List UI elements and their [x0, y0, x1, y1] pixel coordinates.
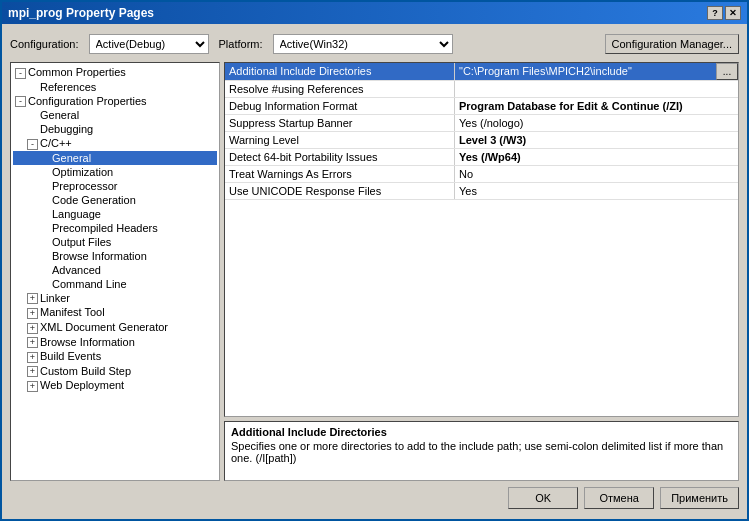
config-label: Configuration: [10, 38, 79, 50]
tree-item-advanced-cpp[interactable]: Advanced [13, 263, 217, 277]
platform-label: Platform: [219, 38, 263, 50]
tree-item-debugging[interactable]: Debugging [13, 122, 217, 136]
title-bar-buttons: ? ✕ [707, 6, 741, 20]
expand-icon[interactable]: + [27, 366, 38, 377]
apply-button[interactable]: Применить [660, 487, 739, 509]
prop-name-add-include-dirs: Additional Include Directories [225, 63, 455, 80]
tree-item-build-events[interactable]: +Build Events [13, 349, 217, 364]
tree-item-optimization[interactable]: Optimization [13, 165, 217, 179]
tree-item-cpp-general[interactable]: General [13, 151, 217, 165]
bottom-buttons: OK Отмена Применить [10, 487, 739, 511]
tree-item-label: Browse Information [52, 250, 147, 262]
tree-item-label: References [40, 81, 96, 93]
prop-row-suppress-banner[interactable]: Suppress Startup BannerYes (/nologo) [225, 115, 738, 132]
tree-item-label: Debugging [40, 123, 93, 135]
prop-name-warning-level: Warning Level [225, 132, 455, 148]
description-text: Specifies one or more directories to add… [231, 440, 732, 464]
tree-item-general[interactable]: General [13, 108, 217, 122]
prop-row-resolve-using[interactable]: Resolve #using References [225, 81, 738, 98]
expand-icon[interactable]: - [15, 96, 26, 107]
tree-item-label: Command Line [52, 278, 127, 290]
prop-value-warning-level: Level 3 (/W3) [455, 132, 738, 148]
tree-item-label: Browse Information [40, 336, 135, 348]
config-dropdown[interactable]: Active(Debug) [89, 34, 209, 54]
tree-item-label: Optimization [52, 166, 113, 178]
browse-button-add-include-dirs[interactable]: ... [716, 63, 738, 80]
tree-item-browse-info[interactable]: +Browse Information [13, 335, 217, 350]
tree-item-manifest-tool[interactable]: +Manifest Tool [13, 305, 217, 320]
prop-name-treat-warnings: Treat Warnings As Errors [225, 166, 455, 182]
properties-grid: Additional Include Directories"C:\Progra… [224, 62, 739, 417]
expand-icon[interactable]: + [27, 337, 38, 348]
tree-item-label: Preprocessor [52, 180, 117, 192]
expand-icon[interactable]: - [15, 68, 26, 79]
config-manager-button[interactable]: Configuration Manager... [605, 34, 739, 54]
tree-item-label: Linker [40, 292, 70, 304]
prop-name-resolve-using: Resolve #using References [225, 81, 455, 97]
prop-row-add-include-dirs[interactable]: Additional Include Directories"C:\Progra… [225, 63, 738, 81]
tree-item-language[interactable]: Language [13, 207, 217, 221]
description-panel: Additional Include Directories Specifies… [224, 421, 739, 481]
tree-item-label: Precompiled Headers [52, 222, 158, 234]
prop-value-resolve-using [455, 81, 738, 97]
tree-item-label: C/C++ [40, 137, 72, 149]
expand-icon[interactable]: + [27, 381, 38, 392]
content-area: Configuration: Active(Debug) Platform: A… [2, 24, 747, 519]
top-bar: Configuration: Active(Debug) Platform: A… [10, 32, 739, 56]
tree-item-output-files[interactable]: Output Files [13, 235, 217, 249]
prop-row-debug-info-format[interactable]: Debug Information FormatProgram Database… [225, 98, 738, 115]
tree-item-code-generation[interactable]: Code Generation [13, 193, 217, 207]
main-panel: -Common PropertiesReferences-Configurati… [10, 62, 739, 481]
tree-item-common-props[interactable]: -Common Properties [13, 65, 217, 80]
tree-item-label: Web Deployment [40, 379, 124, 391]
ok-button[interactable]: OK [508, 487, 578, 509]
expand-icon[interactable]: + [27, 352, 38, 363]
help-button[interactable]: ? [707, 6, 723, 20]
prop-value-use-unicode: Yes [455, 183, 738, 199]
prop-name-suppress-banner: Suppress Startup Banner [225, 115, 455, 131]
tree-item-label: Code Generation [52, 194, 136, 206]
tree-item-custom-build-step[interactable]: +Custom Build Step [13, 364, 217, 379]
tree-item-label: Language [52, 208, 101, 220]
expand-icon[interactable]: - [27, 139, 38, 150]
expand-icon[interactable]: + [27, 293, 38, 304]
prop-name-use-unicode: Use UNICODE Response Files [225, 183, 455, 199]
description-title: Additional Include Directories [231, 426, 732, 438]
platform-dropdown[interactable]: Active(Win32) [273, 34, 453, 54]
prop-value-treat-warnings: No [455, 166, 738, 182]
tree-item-xml-doc-gen[interactable]: +XML Document Generator [13, 320, 217, 335]
tree-item-label: Manifest Tool [40, 306, 105, 318]
tree-item-cpp[interactable]: -C/C++ [13, 136, 217, 151]
tree-item-precompiled-headers[interactable]: Precompiled Headers [13, 221, 217, 235]
prop-value-suppress-banner: Yes (/nologo) [455, 115, 738, 131]
tree-item-label: XML Document Generator [40, 321, 168, 333]
right-panel: Additional Include Directories"C:\Progra… [224, 62, 739, 481]
prop-row-detect-64bit[interactable]: Detect 64-bit Portability IssuesYes (/Wp… [225, 149, 738, 166]
tree-item-web-deployment[interactable]: +Web Deployment [13, 378, 217, 393]
tree-item-label: Custom Build Step [40, 365, 131, 377]
tree-item-references[interactable]: References [13, 80, 217, 94]
expand-icon[interactable]: + [27, 323, 38, 334]
tree-item-preprocessor[interactable]: Preprocessor [13, 179, 217, 193]
close-button[interactable]: ✕ [725, 6, 741, 20]
prop-row-treat-warnings[interactable]: Treat Warnings As ErrorsNo [225, 166, 738, 183]
window-title: mpi_prog Property Pages [8, 6, 154, 20]
tree-panel: -Common PropertiesReferences-Configurati… [10, 62, 220, 481]
prop-value-add-include-dirs: "C:\Program Files\MPICH2\include" [455, 63, 716, 80]
prop-row-warning-level[interactable]: Warning LevelLevel 3 (/W3) [225, 132, 738, 149]
prop-row-use-unicode[interactable]: Use UNICODE Response FilesYes [225, 183, 738, 200]
tree-item-browse-info-cpp[interactable]: Browse Information [13, 249, 217, 263]
expand-icon[interactable]: + [27, 308, 38, 319]
tree-item-label: Output Files [52, 236, 111, 248]
tree-item-config-props[interactable]: -Configuration Properties [13, 94, 217, 109]
tree-item-label: Build Events [40, 350, 101, 362]
cancel-button[interactable]: Отмена [584, 487, 654, 509]
tree-item-label: General [40, 109, 79, 121]
tree-item-label: Common Properties [28, 66, 126, 78]
tree-item-label: Advanced [52, 264, 101, 276]
prop-value-debug-info-format: Program Database for Edit & Continue (/Z… [455, 98, 738, 114]
tree-item-command-line[interactable]: Command Line [13, 277, 217, 291]
prop-value-detect-64bit: Yes (/Wp64) [455, 149, 738, 165]
tree-item-linker[interactable]: +Linker [13, 291, 217, 306]
prop-name-detect-64bit: Detect 64-bit Portability Issues [225, 149, 455, 165]
